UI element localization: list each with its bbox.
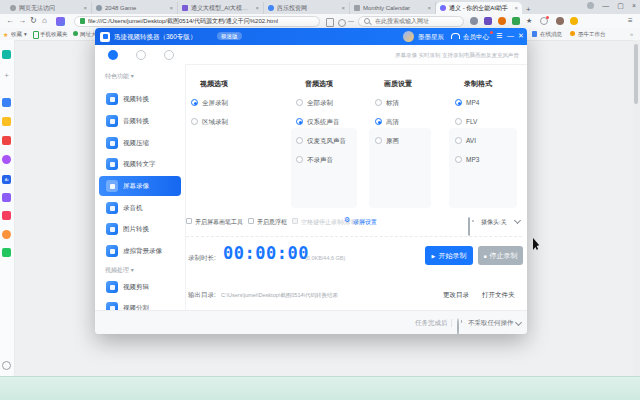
app-menu-icon[interactable]: ☰ (496, 32, 502, 40)
stop-record-button[interactable]: ■ 停止录制 (478, 246, 523, 265)
task-chevron-down-icon[interactable] (515, 319, 522, 326)
collapse-icon[interactable]: — (348, 14, 354, 28)
app-titlebar[interactable]: 迅捷视频转换器（360专版） 极速版 墨墨星辰 会员中心 ☰ — ✕ (95, 28, 527, 45)
radio-no-sound[interactable] (296, 156, 303, 163)
dock-app-star-icon[interactable] (2, 117, 11, 126)
member-center-link[interactable]: 会员中心 (463, 33, 489, 42)
sidebar-item-screen-record[interactable]: 屏幕录像 (99, 176, 181, 196)
sidebar-item-video-split[interactable]: 视频分割 (99, 298, 181, 310)
close-button[interactable]: × (632, 2, 636, 10)
dock-ai-icon[interactable]: Ai (2, 175, 11, 184)
profile-icon[interactable] (587, 2, 594, 9)
radio-mp4[interactable] (455, 99, 462, 106)
dock-camera-icon[interactable] (2, 230, 11, 239)
tab-close-icon[interactable]: × (341, 5, 345, 11)
settings-gear-icon[interactable]: ⚙ (344, 216, 350, 224)
dock-add-icon[interactable]: + (2, 71, 11, 80)
bookmark-star-icon[interactable]: ★ (3, 31, 8, 38)
sidebar-item-video-edit[interactable]: 视频剪辑 (99, 277, 181, 297)
extension-green-icon[interactable] (512, 17, 520, 25)
radio-label[interactable]: FLV (466, 118, 477, 125)
radio-label[interactable]: AVI (466, 137, 476, 144)
app-minimize-icon[interactable]: — (507, 32, 514, 39)
browser-tab-4[interactable]: 西乐投资网 × (264, 2, 350, 14)
task-after-value[interactable]: 不采取任何操作 (468, 319, 514, 328)
app-close-icon[interactable]: ✕ (518, 32, 524, 40)
browser-tab-6-active[interactable]: 通义 - 你的全能AI助手 × (436, 2, 522, 14)
browser-menu-icon[interactable]: ≡ (628, 14, 633, 28)
radio-system-sound[interactable] (296, 118, 303, 125)
address-bar[interactable]: file:///C:/Users/jumei/Desktop/截图0514/代码… (74, 16, 320, 27)
dock-app-purple-icon[interactable] (2, 155, 11, 164)
avatar[interactable] (403, 31, 414, 42)
bookmark-right-1[interactable]: 在线消息 (540, 31, 562, 38)
toolbar-search[interactable] (358, 16, 464, 27)
bookmark-mobile[interactable]: 手机收藏夹 (40, 31, 68, 38)
dock-app-green-icon[interactable] (2, 248, 11, 257)
extension-purple-icon[interactable] (484, 17, 492, 25)
sidebar-item-image-convert[interactable]: 图片转换 (99, 219, 181, 239)
browser-tab-1[interactable]: 网页无法访问 × (6, 2, 92, 14)
bookmark-right-2[interactable]: 墨牛工作台 (578, 31, 606, 38)
sidebar-item-video-to-text[interactable]: 视频转文字 (99, 154, 181, 174)
dock-app-violet-icon[interactable] (2, 193, 11, 202)
extension-brown-icon[interactable] (556, 17, 564, 25)
radio-label[interactable]: 仅系统声音 (307, 118, 340, 127)
dock-settings-gear-icon[interactable] (2, 361, 11, 370)
sidebar-section-featured[interactable]: 特色功能 ▾ (105, 72, 134, 81)
radio-flv[interactable] (455, 118, 462, 125)
sidebar-section-processing[interactable]: 视频处理 ▾ (105, 266, 134, 275)
minimize-button[interactable]: — (602, 2, 609, 10)
tab-close-icon[interactable]: × (169, 5, 173, 11)
bookmarks-overflow-icon[interactable]: » (630, 31, 633, 37)
radio-sd[interactable] (375, 99, 382, 106)
browser-tab-2[interactable]: 2048 Game × (92, 2, 178, 14)
radio-label[interactable]: 仅麦克风声音 (307, 137, 346, 146)
maximize-button[interactable]: ▢ (617, 2, 624, 10)
tab-close-icon[interactable]: × (427, 5, 431, 11)
radio-label[interactable]: 区域录制 (202, 118, 228, 127)
radio-fullscreen[interactable] (191, 99, 198, 106)
radio-label[interactable]: 全部录制 (307, 99, 333, 108)
radio-avi[interactable] (455, 137, 462, 144)
dock-app-blue-icon[interactable] (2, 98, 11, 107)
reload-icon[interactable]: ↻ (30, 14, 37, 28)
sidebar-item-voice-recorder[interactable]: 录音机 (99, 198, 181, 218)
record-settings-link[interactable]: 录屏设置 (353, 218, 377, 227)
extension-orange-icon[interactable] (570, 17, 578, 25)
bookmark-fav-label[interactable]: 收藏 (11, 31, 22, 38)
radio-region[interactable] (191, 118, 198, 125)
dock-app-red-icon[interactable] (2, 136, 11, 145)
extension-fox-icon[interactable] (498, 17, 506, 25)
sidebar-item-video-convert[interactable]: 视频转换 (99, 89, 181, 109)
radio-label[interactable]: 全屏录制 (202, 99, 228, 108)
sidebar-item-video-compress[interactable]: 视频压缩 (99, 133, 181, 153)
radio-original[interactable] (375, 137, 382, 144)
back-icon[interactable]: ← (6, 14, 14, 28)
radio-label[interactable]: 标清 (386, 99, 399, 108)
radio-hd[interactable] (375, 118, 382, 125)
bookmark-caret-icon[interactable]: ▾ (24, 31, 27, 37)
checkbox-floating-bar[interactable] (248, 218, 254, 224)
browser-app-icon[interactable] (56, 17, 65, 26)
forward-icon[interactable]: → (18, 14, 26, 28)
dock-game-icon[interactable] (2, 211, 11, 220)
camera-chevron-down-icon[interactable] (514, 217, 521, 224)
headset-icon[interactable] (451, 33, 460, 39)
radio-label[interactable]: 不录声音 (307, 156, 333, 165)
checkbox-label[interactable]: 开启屏幕画笔工具 (195, 218, 243, 227)
open-folder-link[interactable]: 打开文件夹 (482, 291, 515, 300)
sidebar-item-audio-convert[interactable]: 音频转换 (99, 111, 181, 131)
username[interactable]: 墨墨星辰 (418, 33, 444, 42)
radio-label[interactable]: MP3 (466, 156, 479, 163)
tab-close-icon[interactable]: × (83, 5, 87, 11)
extension-user-icon[interactable] (470, 17, 478, 25)
tab-close-icon[interactable]: × (255, 5, 259, 11)
change-dir-link[interactable]: 更改目录 (443, 291, 469, 300)
page-scrollbar-thumb[interactable] (634, 44, 638, 104)
copy-page-icon[interactable] (326, 18, 334, 27)
url-text[interactable]: file:///C:/Users/jumei/Desktop/截图0514/代码… (88, 17, 278, 26)
home-icon[interactable]: ⌂ (42, 14, 47, 28)
radio-label[interactable]: 高清 (386, 118, 399, 127)
sidebar-item-virtual-bg-record[interactable]: 虚拟背景录像 (99, 241, 181, 261)
